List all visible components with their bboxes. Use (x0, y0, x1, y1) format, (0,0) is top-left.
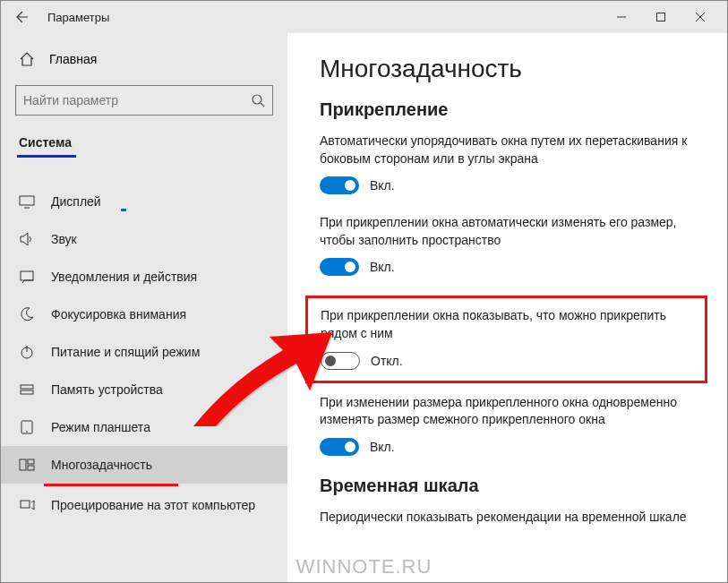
window-title: Параметры (47, 11, 109, 24)
svg-rect-18 (21, 501, 30, 508)
svg-rect-12 (21, 390, 33, 394)
minimize-button[interactable] (602, 3, 641, 31)
sidebar-item-sound[interactable]: Звук (1, 220, 287, 258)
home-link[interactable]: Главная (1, 44, 287, 74)
content-area: Многозадачность Прикрепление Автоматичес… (287, 33, 727, 582)
svg-rect-17 (28, 466, 34, 470)
minimize-icon (617, 13, 626, 21)
power-icon (19, 344, 35, 360)
sidebar-item-notifications[interactable]: Уведомления и действия (1, 258, 287, 296)
nav-list: Дисплей Звук Уведомления и действия Фоку… (1, 183, 287, 524)
setting-description: Периодически показывать рекомендации на … (320, 509, 698, 527)
sidebar-item-tablet[interactable]: Режим планшета (1, 408, 287, 446)
highlighted-setting-annotation: При прикреплении окна показывать, что мо… (305, 296, 707, 382)
storage-icon (19, 382, 35, 398)
search-input[interactable] (23, 93, 251, 107)
multitask-icon (19, 457, 35, 473)
setting-timeline-suggest: Периодически показывать рекомендации на … (320, 509, 698, 527)
setting-snap-auto: Автоматически упорядочивать окна путем и… (320, 133, 698, 194)
sidebar-item-label: Дисплей (51, 194, 101, 209)
sidebar-item-label: Питание и спящий режим (51, 345, 200, 359)
toggle-label: Вкл. (370, 260, 395, 274)
setting-description: При изменении размера прикрепленного окн… (320, 394, 698, 429)
page-title: Многозадачность (320, 55, 698, 83)
toggle-label: Откл. (371, 354, 403, 368)
svg-rect-16 (28, 459, 34, 464)
moon-icon (19, 306, 35, 322)
search-input-wrapper[interactable] (15, 85, 273, 116)
toggle-snap-resize[interactable] (320, 258, 359, 276)
display-icon (19, 193, 35, 210)
setting-snap-adjacent: При изменении размера прикрепленного окн… (320, 394, 698, 456)
sidebar-item-label: Фокусировка внимания (51, 307, 186, 322)
sidebar-item-label: Память устройства (51, 382, 163, 397)
svg-rect-11 (21, 385, 33, 389)
back-button[interactable] (8, 10, 33, 24)
svg-line-5 (261, 103, 264, 107)
maximize-icon (656, 13, 665, 21)
toggle-snap-suggest[interactable] (321, 352, 360, 370)
svg-rect-6 (20, 196, 34, 205)
blue-dot-artifact (121, 209, 126, 211)
speaker-icon (19, 231, 35, 247)
toggle-label: Вкл. (370, 178, 395, 193)
sidebar-item-label: Проецирование на этот компьютер (51, 498, 255, 512)
setting-snap-resize: При прикреплении окна автоматически изме… (320, 214, 698, 276)
section-underline-annotation (17, 155, 76, 158)
setting-description: При прикреплении окна автоматически изме… (320, 214, 698, 249)
setting-description: Автоматически упорядочивать окна путем и… (320, 133, 698, 167)
search-icon (251, 93, 265, 107)
sidebar-item-power[interactable]: Питание и спящий режим (1, 333, 287, 371)
maximize-button[interactable] (641, 3, 681, 31)
sidebar-item-projecting[interactable]: Проецирование на этот компьютер (1, 486, 287, 524)
svg-point-14 (26, 431, 28, 433)
sidebar-item-storage[interactable]: Память устройства (1, 371, 287, 408)
home-icon (19, 51, 35, 67)
sidebar-item-label: Режим планшета (51, 420, 150, 434)
svg-rect-8 (21, 271, 33, 280)
svg-rect-15 (20, 459, 26, 470)
home-label: Главная (49, 52, 97, 66)
back-arrow-icon (13, 10, 28, 24)
project-icon (19, 497, 35, 513)
notifications-icon (19, 269, 35, 285)
sidebar-item-multitasking[interactable]: Многозадачность (1, 446, 287, 484)
tablet-icon (19, 419, 35, 435)
sidebar-item-label: Многозадачность (51, 458, 152, 472)
toggle-snap-adjacent[interactable] (320, 438, 359, 456)
toggle-snap-auto[interactable] (320, 176, 359, 194)
section-label: Система (1, 132, 287, 153)
sidebar-item-display[interactable]: Дисплей (1, 183, 287, 220)
toggle-label: Вкл. (370, 440, 395, 454)
sidebar-item-focus[interactable]: Фокусировка внимания (1, 296, 287, 333)
svg-point-4 (253, 95, 261, 104)
section-title-timeline: Временная шкала (320, 476, 698, 496)
svg-rect-1 (657, 13, 665, 21)
close-button[interactable] (681, 3, 720, 31)
window-titlebar: Параметры (1, 1, 727, 33)
sidebar-item-label: Уведомления и действия (51, 270, 197, 284)
setting-description: При прикреплении окна показывать, что мо… (321, 307, 692, 342)
close-icon (696, 13, 705, 21)
setting-snap-suggest: При прикреплении окна показывать, что мо… (321, 307, 692, 369)
sidebar-item-label: Звук (51, 232, 77, 246)
section-title-snap: Прикрепление (320, 99, 698, 120)
sidebar: Главная Система Дисплей Звук Уведомления… (1, 33, 287, 582)
